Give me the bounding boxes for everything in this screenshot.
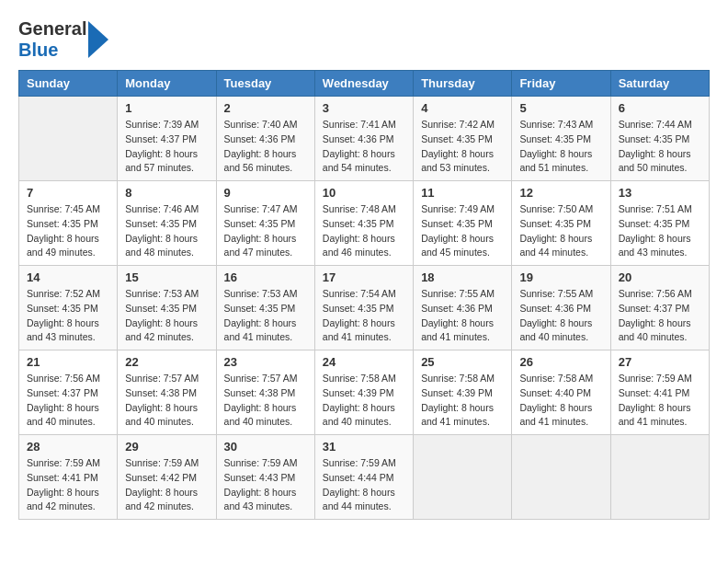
day-info: Sunrise: 7:53 AMSunset: 4:35 PMDaylight:… [125,287,208,345]
day-info: Sunrise: 7:57 AMSunset: 4:38 PMDaylight:… [224,372,307,430]
day-number: 11 [421,186,504,200]
day-info: Sunrise: 7:42 AMSunset: 4:35 PMDaylight:… [421,118,504,176]
day-number: 2 [224,101,307,115]
day-info: Sunrise: 7:39 AMSunset: 4:37 PMDaylight:… [125,118,208,176]
day-info: Sunrise: 7:50 AMSunset: 4:35 PMDaylight:… [519,202,602,260]
calendar-day-cell: 3Sunrise: 7:41 AMSunset: 4:36 PMDaylight… [314,97,413,181]
calendar-day-cell: 22Sunrise: 7:57 AMSunset: 4:38 PMDayligh… [118,350,216,435]
day-number: 25 [421,355,504,369]
calendar-day-header: Saturday [610,71,709,97]
calendar-day-cell: 26Sunrise: 7:58 AMSunset: 4:40 PMDayligh… [512,350,610,435]
calendar-day-cell: 30Sunrise: 7:59 AMSunset: 4:43 PMDayligh… [216,435,314,520]
day-info: Sunrise: 7:48 AMSunset: 4:35 PMDaylight:… [323,202,405,260]
calendar-day-cell: 14Sunrise: 7:52 AMSunset: 4:35 PMDayligh… [19,266,118,350]
day-number: 7 [27,186,109,200]
day-info: Sunrise: 7:55 AMSunset: 4:36 PMDaylight:… [519,287,602,345]
calendar-day-header: Tuesday [216,71,314,97]
day-info: Sunrise: 7:58 AMSunset: 4:39 PMDaylight:… [323,372,405,430]
calendar-day-cell [512,435,610,520]
day-info: Sunrise: 7:56 AMSunset: 4:37 PMDaylight:… [619,287,701,345]
calendar-day-cell: 23Sunrise: 7:57 AMSunset: 4:38 PMDayligh… [216,350,314,435]
day-info: Sunrise: 7:53 AMSunset: 4:35 PMDaylight:… [224,287,307,345]
calendar-day-cell: 5Sunrise: 7:43 AMSunset: 4:35 PMDaylight… [512,97,610,181]
day-number: 9 [224,186,307,200]
day-number: 1 [125,101,208,115]
day-number: 22 [125,355,208,369]
day-info: Sunrise: 7:54 AMSunset: 4:35 PMDaylight:… [323,287,405,345]
day-info: Sunrise: 7:59 AMSunset: 4:44 PMDaylight:… [323,456,405,514]
day-info: Sunrise: 7:51 AMSunset: 4:35 PMDaylight:… [619,202,701,260]
day-info: Sunrise: 7:59 AMSunset: 4:41 PMDaylight:… [619,372,701,430]
calendar-day-cell: 10Sunrise: 7:48 AMSunset: 4:35 PMDayligh… [314,181,413,266]
day-number: 17 [323,270,405,284]
day-number: 3 [323,101,405,115]
day-info: Sunrise: 7:59 AMSunset: 4:42 PMDaylight:… [125,456,208,514]
day-number: 20 [619,270,701,284]
day-number: 21 [27,355,109,369]
calendar-day-header: Friday [512,71,610,97]
logo-arrow-icon [88,21,108,58]
day-info: Sunrise: 7:59 AMSunset: 4:43 PMDaylight:… [224,456,307,514]
day-number: 4 [421,101,504,115]
day-number: 29 [125,440,208,454]
calendar-day-cell: 2Sunrise: 7:40 AMSunset: 4:36 PMDaylight… [216,97,314,181]
logo-blue-text: Blue [18,40,86,61]
calendar-day-cell: 4Sunrise: 7:42 AMSunset: 4:35 PMDaylight… [414,97,512,181]
day-info: Sunrise: 7:59 AMSunset: 4:41 PMDaylight:… [27,456,109,514]
day-info: Sunrise: 7:43 AMSunset: 4:35 PMDaylight:… [519,118,602,176]
calendar-week-row: 7Sunrise: 7:45 AMSunset: 4:35 PMDaylight… [19,181,710,266]
calendar-day-cell: 17Sunrise: 7:54 AMSunset: 4:35 PMDayligh… [314,266,413,350]
day-info: Sunrise: 7:58 AMSunset: 4:40 PMDaylight:… [519,372,602,430]
calendar-day-cell: 1Sunrise: 7:39 AMSunset: 4:37 PMDaylight… [118,97,216,181]
day-info: Sunrise: 7:58 AMSunset: 4:39 PMDaylight:… [421,372,504,430]
calendar-header-row: SundayMondayTuesdayWednesdayThursdayFrid… [19,71,710,97]
day-number: 14 [27,270,109,284]
day-info: Sunrise: 7:47 AMSunset: 4:35 PMDaylight:… [224,202,307,260]
calendar-day-cell: 20Sunrise: 7:56 AMSunset: 4:37 PMDayligh… [610,266,709,350]
calendar-day-cell: 29Sunrise: 7:59 AMSunset: 4:42 PMDayligh… [118,435,216,520]
calendar-day-cell: 21Sunrise: 7:56 AMSunset: 4:37 PMDayligh… [19,350,118,435]
calendar-week-row: 21Sunrise: 7:56 AMSunset: 4:37 PMDayligh… [19,350,710,435]
logo: General Blue [18,18,108,61]
day-number: 31 [323,440,405,454]
calendar-week-row: 14Sunrise: 7:52 AMSunset: 4:35 PMDayligh… [19,266,710,350]
day-info: Sunrise: 7:41 AMSunset: 4:36 PMDaylight:… [323,118,405,176]
calendar-day-cell: 19Sunrise: 7:55 AMSunset: 4:36 PMDayligh… [512,266,610,350]
calendar-day-cell: 11Sunrise: 7:49 AMSunset: 4:35 PMDayligh… [414,181,512,266]
calendar-day-cell: 27Sunrise: 7:59 AMSunset: 4:41 PMDayligh… [610,350,709,435]
day-info: Sunrise: 7:46 AMSunset: 4:35 PMDaylight:… [125,202,208,260]
day-number: 26 [519,355,602,369]
calendar-day-header: Wednesday [314,71,413,97]
calendar-day-cell [414,435,512,520]
calendar-day-cell [19,97,118,181]
logo: General Blue [18,18,108,61]
day-number: 12 [519,186,602,200]
day-number: 8 [125,186,208,200]
calendar-day-cell: 16Sunrise: 7:53 AMSunset: 4:35 PMDayligh… [216,266,314,350]
day-number: 13 [619,186,701,200]
day-info: Sunrise: 7:40 AMSunset: 4:36 PMDaylight:… [224,118,307,176]
day-number: 24 [323,355,405,369]
calendar-day-cell: 25Sunrise: 7:58 AMSunset: 4:39 PMDayligh… [414,350,512,435]
calendar-day-cell: 31Sunrise: 7:59 AMSunset: 4:44 PMDayligh… [314,435,413,520]
day-number: 5 [519,101,602,115]
svg-marker-0 [88,21,108,58]
calendar-day-header: Thursday [414,71,512,97]
logo-general-text: General [18,18,86,40]
calendar-day-cell: 13Sunrise: 7:51 AMSunset: 4:35 PMDayligh… [610,181,709,266]
calendar-day-cell: 28Sunrise: 7:59 AMSunset: 4:41 PMDayligh… [19,435,118,520]
day-number: 16 [224,270,307,284]
day-number: 15 [125,270,208,284]
day-number: 6 [619,101,701,115]
day-info: Sunrise: 7:56 AMSunset: 4:37 PMDaylight:… [27,372,109,430]
day-number: 19 [519,270,602,284]
day-number: 28 [27,440,109,454]
calendar-day-cell [610,435,709,520]
calendar-day-cell: 18Sunrise: 7:55 AMSunset: 4:36 PMDayligh… [414,266,512,350]
calendar-day-cell: 9Sunrise: 7:47 AMSunset: 4:35 PMDaylight… [216,181,314,266]
page-header: General Blue [18,18,710,61]
calendar-day-header: Sunday [19,71,118,97]
day-number: 10 [323,186,405,200]
day-number: 30 [224,440,307,454]
day-info: Sunrise: 7:49 AMSunset: 4:35 PMDaylight:… [421,202,504,260]
